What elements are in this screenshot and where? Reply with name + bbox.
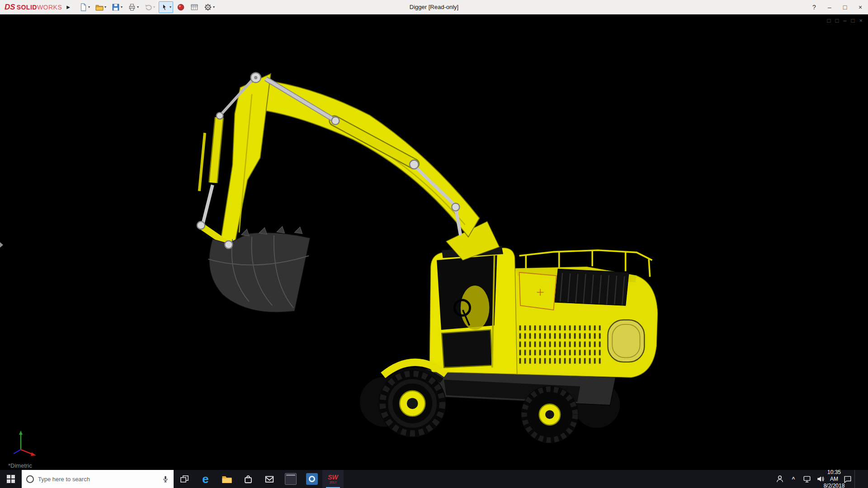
- caret-icon[interactable]: ▾: [170, 5, 171, 9]
- ds-logo-icon: DS: [5, 3, 15, 12]
- taskbar: e SW 2017: [0, 470, 868, 488]
- pane-icon[interactable]: □: [827, 17, 831, 24]
- show-desktop-button[interactable]: [854, 470, 868, 488]
- caret-icon[interactable]: ▾: [121, 5, 123, 9]
- minimize-button[interactable]: –: [822, 0, 837, 14]
- mail-icon: [264, 474, 274, 484]
- people-button[interactable]: [773, 470, 787, 488]
- network-button[interactable]: [800, 470, 814, 488]
- store-icon: [243, 474, 253, 484]
- maximize-button[interactable]: □: [837, 0, 853, 14]
- hidden-icons-button[interactable]: ^: [787, 470, 800, 488]
- close-button[interactable]: ×: [853, 0, 868, 14]
- taskbar-app-mail[interactable]: [259, 470, 280, 488]
- excavator-model[interactable]: [0, 14, 868, 470]
- taskbar-app-file-explorer[interactable]: [216, 470, 237, 488]
- standard-toolbar: ▾ ▾ ▾ ▾: [77, 1, 217, 13]
- door-window: [442, 330, 492, 367]
- caret-icon[interactable]: ▾: [213, 5, 215, 9]
- document-window-controls: □ □ – □ ×: [827, 17, 863, 24]
- taskbar-clock[interactable]: 10:35 AM 8/2/2018: [827, 470, 841, 488]
- select-button[interactable]: ▾: [159, 1, 173, 13]
- task-view-icon: [180, 474, 189, 483]
- gear-icon: [204, 3, 212, 11]
- rear-window: [608, 320, 644, 362]
- help-button[interactable]: ?: [807, 0, 822, 14]
- red-sphere-icon: [177, 3, 185, 11]
- save-floppy-icon: [112, 3, 120, 11]
- cab[interactable]: [429, 221, 517, 374]
- options-button[interactable]: ▾: [202, 1, 217, 13]
- print-button[interactable]: ▾: [126, 1, 141, 13]
- wheel-front[interactable]: [379, 370, 446, 437]
- open-folder-icon: [95, 3, 104, 11]
- windows-logo-icon: [7, 475, 15, 483]
- new-button[interactable]: ▾: [77, 1, 92, 13]
- undo-icon: [144, 3, 152, 11]
- edge-icon: e: [202, 473, 208, 485]
- file-explorer-icon: [222, 474, 232, 484]
- cursor-icon: [160, 3, 169, 11]
- chevron-up-icon: ^: [792, 476, 795, 482]
- taskbar-app-edge[interactable]: e: [195, 470, 216, 488]
- wheel-rear[interactable]: [521, 386, 578, 443]
- taskbar-app-solidworks[interactable]: SW 2017: [322, 470, 344, 488]
- stick-arm[interactable]: [221, 74, 271, 244]
- save-button[interactable]: ▾: [110, 1, 124, 13]
- deck-panel: [519, 272, 557, 310]
- doc-minimize-button[interactable]: –: [843, 17, 846, 24]
- pane-icon[interactable]: □: [835, 17, 839, 24]
- menu-flyout-icon[interactable]: ▶: [65, 5, 75, 9]
- design-table-button[interactable]: [189, 1, 200, 13]
- caret-icon[interactable]: ▾: [153, 5, 155, 9]
- action-center-button[interactable]: [841, 470, 854, 488]
- screenshot-tool-icon: [285, 473, 297, 485]
- view-orientation-label: *Dimetric: [8, 462, 32, 469]
- task-view-button[interactable]: [174, 470, 195, 488]
- search-box[interactable]: [22, 470, 174, 488]
- microphone-icon[interactable]: [162, 475, 169, 483]
- doc-restore-button[interactable]: □: [851, 17, 855, 24]
- spreadsheet-icon: [190, 3, 198, 11]
- printer-icon: [128, 3, 136, 11]
- open-button[interactable]: ▾: [94, 1, 108, 13]
- people-icon: [776, 475, 784, 483]
- solidworks-logo: DS SOLID WORKS: [0, 3, 65, 12]
- viewport-canvas[interactable]: □ □ – □ ×: [0, 14, 868, 470]
- new-document-icon: [79, 3, 87, 11]
- taskbar-app-screenshot[interactable]: [280, 470, 301, 488]
- caret-icon[interactable]: ▾: [137, 5, 139, 9]
- clock-time: 10:35 AM: [827, 469, 841, 483]
- boom[interactable]: [252, 79, 479, 237]
- document-title: Digger [Read-only]: [410, 0, 458, 14]
- network-icon: [803, 475, 811, 483]
- action-center-icon: [844, 475, 852, 483]
- caret-icon[interactable]: ▾: [104, 5, 106, 9]
- caret-icon[interactable]: ▾: [88, 5, 90, 9]
- edrawings-icon: [306, 473, 318, 485]
- engine-housing[interactable]: [497, 250, 658, 378]
- undo-button[interactable]: ▾: [142, 1, 157, 13]
- window-controls: ? – □ ×: [807, 0, 868, 14]
- taskbar-app-store[interactable]: [237, 470, 259, 488]
- menu-bar: DS SOLID WORKS ▶ ▾ ▾ ▾: [0, 0, 868, 14]
- speaker-icon: [816, 475, 825, 483]
- appearance-button[interactable]: [175, 1, 187, 13]
- system-tray: ^ 10:35 AM 8/2/2018: [773, 470, 868, 488]
- orientation-triad[interactable]: [7, 425, 48, 457]
- doc-close-button[interactable]: ×: [859, 17, 863, 24]
- search-input[interactable]: [38, 476, 158, 483]
- taskbar-app-edrawings[interactable]: [301, 470, 322, 488]
- solidworks-2017-icon: SW 2017: [328, 474, 338, 484]
- cortana-icon: [26, 475, 34, 483]
- start-button[interactable]: [0, 470, 22, 488]
